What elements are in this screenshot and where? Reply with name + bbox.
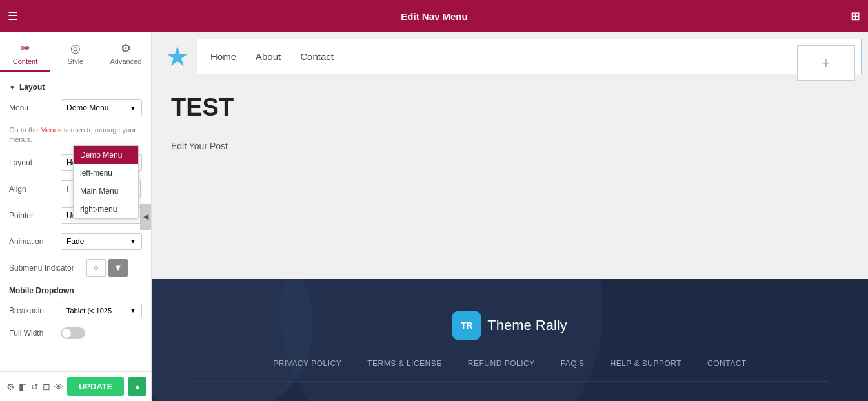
footer-links: PRIVACY POLICY TERMS & LICENSE REFUND PO… (165, 359, 855, 368)
sidebar: ✏ Content ◎ Style ⚙ Advanced ▼ Layout Me… (0, 32, 152, 401)
menu-dropdown-arrow-icon: ▼ (130, 105, 136, 112)
plus-icon: + (822, 55, 831, 72)
layout-section-header: ▼ Layout (9, 83, 142, 92)
breakpoint-field-row: Breakpoint Tablet (< 1025 ▼ (9, 303, 142, 318)
nav-items-list: Home About Contact (210, 46, 334, 67)
footer-area: TR Theme Rally PRIVACY POLICY TERMS & LI… (152, 279, 868, 401)
footer-link-contact[interactable]: CONTACT (707, 359, 747, 368)
update-arrow-button[interactable]: ▲ (128, 377, 146, 396)
footer-divider (190, 381, 829, 382)
pointer-field-label: Pointer (9, 211, 61, 220)
full-width-toggle[interactable] (61, 327, 85, 339)
align-field-label: Align (9, 185, 61, 194)
animation-field-label: Animation (9, 237, 61, 246)
star-icon: ★ (165, 41, 190, 72)
menu-field-label: Menu (9, 103, 61, 112)
main-layout: ✏ Content ◎ Style ⚙ Advanced ▼ Layout Me… (0, 32, 868, 401)
style-tab-icon: ◎ (70, 41, 81, 56)
dropdown-item-main-menu[interactable]: Main Menu (74, 182, 138, 200)
edit-post-link[interactable]: Edit Your Post (171, 141, 855, 151)
nav-item-about[interactable]: About (256, 46, 281, 67)
tab-advanced[interactable]: ⚙ Advanced (101, 37, 151, 72)
test-heading: TEST (171, 94, 855, 121)
layers-icon[interactable]: ◧ (19, 378, 27, 395)
content-tab-icon: ✏ (21, 41, 30, 56)
breakpoint-selected-value: Tablet (< 1025 (66, 307, 112, 314)
footer-link-privacy[interactable]: PRIVACY POLICY (273, 359, 341, 368)
nav-item-contact[interactable]: Contact (300, 46, 334, 67)
plus-add-button[interactable]: + (797, 45, 855, 81)
mobile-dropdown-header: Mobile Dropdown (9, 286, 142, 295)
menu-field-row: Menu Demo Menu ▼ (9, 99, 142, 116)
animation-select-control[interactable]: Fade ▼ (61, 233, 142, 250)
indicator-circle-button[interactable]: ○ (86, 259, 106, 277)
indicator-buttons-group: ○ ▼ (86, 259, 128, 277)
responsive-icon[interactable]: ⊡ (43, 378, 50, 395)
tab-content[interactable]: ✏ Content (0, 37, 50, 72)
hamburger-icon[interactable]: ☰ (8, 9, 18, 23)
sidebar-content: ▼ Layout Menu Demo Menu ▼ Go to the Menu… (0, 72, 151, 371)
breakpoint-dropdown-arrow-icon: ▼ (130, 307, 136, 314)
menu-dropdown: Demo Menu left-menu Main Menu right-menu (73, 145, 139, 219)
content-area: TEST Edit Your Post (152, 74, 868, 279)
indicator-chevron-button[interactable]: ▼ (108, 259, 128, 277)
nav-item-home[interactable]: Home (210, 46, 236, 67)
dropdown-item-demo-menu[interactable]: Demo Menu (74, 146, 138, 164)
section-arrow-icon: ▼ (9, 84, 15, 91)
footer-link-terms[interactable]: TERMS & LICENSE (367, 359, 442, 368)
layout-section-label: Layout (19, 83, 45, 92)
grid-icon[interactable]: ⊞ (851, 9, 860, 23)
tab-advanced-label: Advanced (110, 57, 142, 65)
tab-style[interactable]: ◎ Style (50, 37, 101, 72)
tab-content-label: Content (13, 57, 38, 65)
menu-note: Go to the Menus screen to manage your me… (9, 125, 142, 145)
menu-select-control[interactable]: Demo Menu ▼ (61, 99, 142, 116)
settings-icon[interactable]: ⚙ (6, 378, 15, 395)
animation-field-row: Animation Fade ▼ (9, 233, 142, 250)
footer-link-faq[interactable]: FAQ'S (561, 359, 585, 368)
history-icon[interactable]: ↺ (31, 378, 39, 395)
logo-tr-text: TR (461, 320, 473, 331)
sidebar-tabs: ✏ Content ◎ Style ⚙ Advanced (0, 32, 151, 72)
full-width-label: Full Width (9, 329, 61, 338)
menus-link[interactable]: Menus (40, 126, 61, 134)
advanced-tab-icon: ⚙ (121, 41, 131, 56)
breakpoint-select-control[interactable]: Tablet (< 1025 ▼ (61, 303, 142, 318)
submenu-indicator-label: Submenu Indicator (9, 263, 86, 272)
footer-logo-icon: TR (452, 311, 481, 340)
dropdown-item-right-menu[interactable]: right-menu (74, 200, 138, 218)
layout-field-label: Layout (9, 158, 61, 167)
nav-preview: Home About Contact (197, 39, 862, 74)
full-width-row: Full Width (9, 327, 142, 339)
top-bar-title: Edit Nav Menu (18, 11, 851, 22)
footer-link-refund[interactable]: REFUND POLICY (468, 359, 535, 368)
canvas-area: ★ Home About Contact + TEST Edit Your Po… (152, 32, 868, 401)
update-button[interactable]: UPDATE (67, 377, 124, 396)
sidebar-collapse-handle[interactable]: ◀ (140, 204, 152, 230)
circle-deco-2 (281, 279, 603, 401)
footer-link-help[interactable]: HELP & SUPPORT (610, 359, 681, 368)
animation-dropdown-arrow-icon: ▼ (130, 238, 136, 245)
footer-logo: TR Theme Rally (165, 311, 855, 340)
sidebar-bottom-toolbar: ⚙ ◧ ↺ ⊡ 👁 UPDATE ▲ (0, 371, 151, 401)
top-bar: ☰ Edit Nav Menu ⊞ (0, 0, 868, 32)
breakpoint-field-label: Breakpoint (9, 306, 61, 315)
footer-logo-text: Theme Rally (487, 317, 567, 334)
tab-style-label: Style (68, 57, 83, 65)
animation-selected-value: Fade (66, 237, 84, 246)
submenu-indicator-row: Submenu Indicator ○ ▼ (9, 259, 142, 277)
dropdown-item-left-menu[interactable]: left-menu (74, 164, 138, 182)
menu-selected-value: Demo Menu (66, 103, 108, 112)
hide-icon[interactable]: 👁 (54, 378, 63, 395)
